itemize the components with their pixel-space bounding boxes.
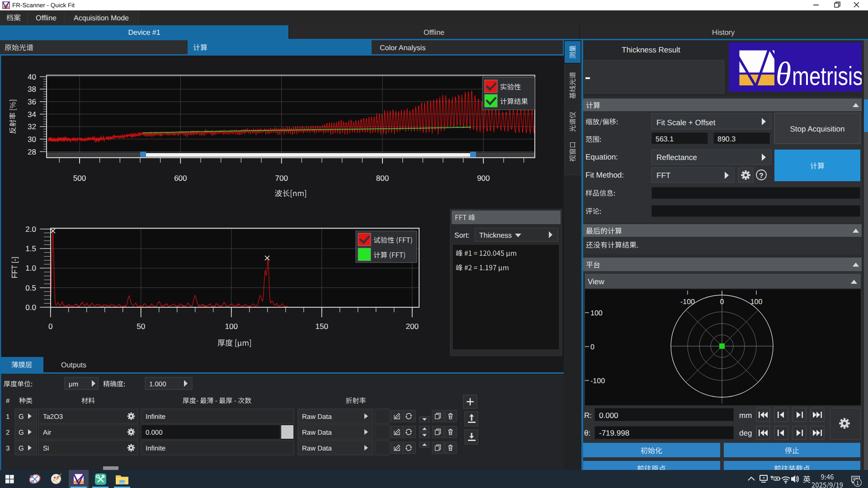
svg-text:Raw Data: Raw Data <box>302 429 332 436</box>
svg-text:Air: Air <box>43 429 51 436</box>
svg-text:1: 1 <box>6 413 9 421</box>
svg-text:0.000: 0.000 <box>146 429 163 436</box>
svg-text:563.1: 563.1 <box>656 136 674 143</box>
svg-text:Outputs: Outputs <box>61 361 86 369</box>
svg-text:2.0: 2.0 <box>25 225 36 234</box>
svg-text:-100: -100 <box>680 298 695 306</box>
svg-text:800: 800 <box>376 174 389 183</box>
svg-text:100: 100 <box>590 310 603 317</box>
svg-text:890.3: 890.3 <box>717 136 736 143</box>
svg-text:Color Analysis: Color Analysis <box>380 44 425 52</box>
svg-text:Equation:: Equation: <box>585 153 618 161</box>
svg-text:#: # <box>6 397 10 405</box>
svg-text:Offline: Offline <box>424 29 444 37</box>
svg-text:100: 100 <box>225 322 238 331</box>
svg-text:1.000: 1.000 <box>149 380 166 388</box>
svg-text:View: View <box>588 277 604 286</box>
svg-text:34: 34 <box>28 110 36 119</box>
svg-text:0: 0 <box>48 322 52 331</box>
svg-text:200: 200 <box>406 322 419 331</box>
svg-text:Infinite: Infinite <box>146 445 165 452</box>
svg-text:Stop Acquisition: Stop Acquisition <box>790 125 845 133</box>
svg-text:G: G <box>19 429 24 436</box>
svg-text:0: 0 <box>720 298 724 306</box>
svg-text:30: 30 <box>28 135 36 144</box>
svg-text:Ta2O3: Ta2O3 <box>43 413 63 421</box>
svg-text:150: 150 <box>316 322 328 331</box>
svg-text:-100: -100 <box>590 377 605 385</box>
svg-text:Raw Data: Raw Data <box>302 413 332 421</box>
svg-text:2: 2 <box>6 429 9 436</box>
svg-text:Offline: Offline <box>36 14 57 22</box>
svg-text:32: 32 <box>28 122 36 131</box>
svg-text:G: G <box>19 413 24 421</box>
svg-text:Fit Method:: Fit Method: <box>585 171 624 179</box>
svg-text:50: 50 <box>137 322 145 331</box>
svg-text:3: 3 <box>6 445 9 452</box>
svg-text:FFT [-]: FFT [-] <box>11 257 19 278</box>
svg-text:700: 700 <box>275 174 288 183</box>
svg-text:FR-Scanner - Quick Fit: FR-Scanner - Quick Fit <box>12 2 75 9</box>
svg-text:36: 36 <box>28 98 36 106</box>
svg-text:FFT: FFT <box>656 171 670 180</box>
svg-text:600: 600 <box>174 174 187 183</box>
svg-text:Fit Scale + Offset: Fit Scale + Offset <box>656 118 716 127</box>
svg-text:1.5: 1.5 <box>25 244 36 253</box>
svg-text:0.0: 0.0 <box>25 303 36 312</box>
svg-text:History: History <box>712 29 735 37</box>
svg-text:0.5: 0.5 <box>25 284 36 292</box>
svg-text:Infinite: Infinite <box>146 413 165 421</box>
svg-text:-719.998: -719.998 <box>599 429 629 437</box>
svg-text:0.000: 0.000 <box>599 411 618 420</box>
svg-text:Device #1: Device #1 <box>128 29 160 37</box>
svg-text:θ: θ <box>776 55 791 92</box>
svg-text:38: 38 <box>28 85 36 94</box>
svg-text:Thickness: Thickness <box>479 232 512 239</box>
svg-text:Raw Data: Raw Data <box>302 445 332 452</box>
svg-text:1.0: 1.0 <box>25 264 36 272</box>
svg-text:Si: Si <box>43 445 49 452</box>
svg-text:28: 28 <box>28 148 36 156</box>
svg-text:40: 40 <box>28 73 36 81</box>
svg-text:0: 0 <box>590 343 594 351</box>
svg-text:900: 900 <box>477 174 490 183</box>
svg-text:G: G <box>19 445 24 452</box>
svg-text:metrisis: metrisis <box>792 61 863 90</box>
svg-text:Sort:: Sort: <box>454 232 470 239</box>
svg-text:μm: μm <box>69 380 78 388</box>
svg-text:Reflectance: Reflectance <box>656 153 697 162</box>
svg-text:100: 100 <box>750 298 763 306</box>
svg-text:R:: R: <box>584 411 592 420</box>
svg-text:θ:: θ: <box>584 429 590 437</box>
svg-text:mm: mm <box>739 411 752 420</box>
svg-text:Acquisition Mode: Acquisition Mode <box>74 14 129 22</box>
svg-text:?: ? <box>759 172 764 180</box>
svg-text:500: 500 <box>73 174 86 183</box>
svg-text:Thickness Result: Thickness Result <box>622 46 680 54</box>
svg-text:deg: deg <box>739 429 752 437</box>
